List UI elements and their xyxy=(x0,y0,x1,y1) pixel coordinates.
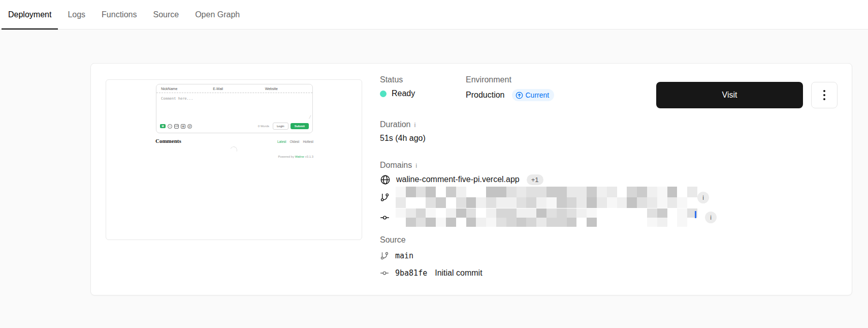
status-block: Status Ready xyxy=(380,75,466,98)
pixelated-censor-block xyxy=(396,187,697,208)
duration-label: Duration xyxy=(380,120,410,129)
preview-powered-by: Powered by Waline v3.1.3 xyxy=(278,155,313,158)
preview-at-icon: @ xyxy=(187,124,192,129)
environment-block: Environment Production Current xyxy=(466,75,554,101)
git-branch-icon xyxy=(380,193,390,202)
resize-handle-icon: ╱ xyxy=(309,115,311,118)
kebab-menu-icon xyxy=(823,90,825,92)
arrow-up-circle-icon xyxy=(516,92,523,99)
primary-domain-link[interactable]: waline-comment-five-pi.vercel.app xyxy=(396,175,520,184)
duration-block: Duration i 51s (4h ago) xyxy=(380,120,426,143)
environment-value: Production xyxy=(466,91,505,100)
more-domains-badge[interactable]: +1 xyxy=(527,174,543,185)
kebab-menu-button[interactable] xyxy=(811,82,838,108)
preview-comment-textarea: Comment here... ╱ xyxy=(156,93,312,120)
preview-comment-box: NickName E-Mail Website Comment here... … xyxy=(156,84,313,133)
current-badge: Current xyxy=(512,89,555,101)
info-icon[interactable]: i xyxy=(415,162,417,169)
git-commit-icon xyxy=(380,213,390,223)
link-fragment xyxy=(695,211,696,218)
source-branch-row[interactable]: main xyxy=(380,250,483,262)
waline-brand-link: Waline xyxy=(295,155,304,158)
git-branch-icon xyxy=(380,251,389,260)
deployment-preview[interactable]: NickName E-Mail Website Comment here... … xyxy=(106,79,362,240)
tab-open-graph[interactable]: Open Graph xyxy=(188,0,246,29)
source-commit-hash: 9ba81fe xyxy=(395,269,427,278)
source-block: Source main 9ba81fe Initial commit xyxy=(380,235,483,279)
preview-website-field: Website xyxy=(261,87,312,91)
deployment-card: NickName E-Mail Website Comment here... … xyxy=(90,63,852,295)
loading-spinner-icon xyxy=(229,145,238,155)
preview-nickname-field: NickName xyxy=(156,87,208,91)
preview-sort-links: Latest Oldest Hottest xyxy=(277,140,313,143)
gif-icon: GIF xyxy=(174,124,179,129)
preview-login-button: Login xyxy=(273,123,288,130)
domains-label: Domains xyxy=(380,161,412,170)
deployment-page: Deployment Logs Functions Source Open Gr… xyxy=(0,0,868,328)
preview-toolbar: M ☺ GIF ▦ @ 0 Words Login Submit xyxy=(156,120,312,133)
preview-sort-hottest: Hottest xyxy=(303,140,313,143)
emoji-icon: ☺ xyxy=(168,124,172,129)
visit-button[interactable]: Visit xyxy=(656,82,803,108)
status-ready-dot xyxy=(380,91,387,97)
word-count: 0 Words xyxy=(258,125,269,128)
preview-email-field: E-Mail xyxy=(208,87,260,91)
tab-logs[interactable]: Logs xyxy=(61,0,92,29)
status-value: Ready xyxy=(392,89,415,98)
domain-commit-row-censored: i xyxy=(380,208,723,227)
globe-icon xyxy=(380,174,391,185)
pixelated-censor-block xyxy=(396,208,697,227)
source-commit-row[interactable]: 9ba81fe Initial commit xyxy=(380,267,483,279)
preview-comments-heading: Comments xyxy=(155,138,181,144)
tab-bar: Deployment Logs Functions Source Open Gr… xyxy=(0,0,868,29)
environment-label: Environment xyxy=(466,75,554,84)
preview-sort-oldest: Oldest xyxy=(290,140,300,143)
preview-field-labels: NickName E-Mail Website xyxy=(156,84,312,93)
domains-block: Domains i waline-comment-five-pi.vercel.… xyxy=(380,161,543,186)
domain-branch-row-censored: i xyxy=(380,187,715,208)
info-icon[interactable]: i xyxy=(697,192,709,203)
tab-deployment[interactable]: Deployment xyxy=(2,0,58,29)
tab-source[interactable]: Source xyxy=(146,0,185,29)
source-label: Source xyxy=(380,235,483,245)
markdown-icon: M xyxy=(160,124,166,128)
git-commit-icon xyxy=(380,269,389,278)
preview-submit-button: Submit xyxy=(291,123,309,129)
info-icon[interactable]: i xyxy=(414,121,415,129)
source-commit-message: Initial commit xyxy=(435,269,482,278)
info-icon[interactable]: i xyxy=(705,212,717,223)
image-upload-icon: ▦ xyxy=(181,124,185,129)
current-badge-label: Current xyxy=(526,91,550,99)
source-branch-name: main xyxy=(395,251,413,260)
preview-sort-latest: Latest xyxy=(277,140,286,143)
tab-functions[interactable]: Functions xyxy=(95,0,143,29)
preview-comment-placeholder: Comment here... xyxy=(161,97,193,101)
duration-value: 51s (4h ago) xyxy=(380,134,426,143)
status-label: Status xyxy=(380,75,466,84)
